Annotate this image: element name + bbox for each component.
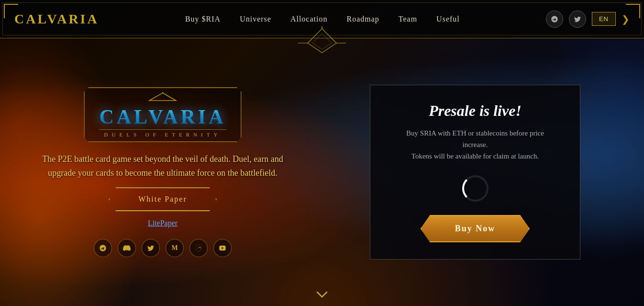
social-medium-icon[interactable]: M bbox=[166, 239, 184, 257]
buy-now-button[interactable]: Buy Now bbox=[421, 215, 530, 242]
left-panel: CALVARIA DUELS OF ETERNITY The P2E battl… bbox=[0, 78, 325, 267]
right-panel: Presale is live! Buy SRIA with ETH or st… bbox=[325, 85, 644, 260]
language-button[interactable]: EN bbox=[592, 12, 616, 26]
corner-deco-top-right bbox=[626, 4, 640, 18]
nav-link-team[interactable]: Team bbox=[399, 15, 417, 23]
nav-link-universe[interactable]: Universe bbox=[240, 15, 271, 23]
social-icons-row: M bbox=[94, 239, 232, 257]
brand-logo[interactable]: CALVARIA bbox=[14, 11, 99, 27]
presale-desc-line2: Tokens will be available for claim at la… bbox=[411, 152, 539, 160]
nav-right: EN ❯ bbox=[546, 11, 630, 28]
presale-desc-line1: Buy SRIA with ETH or stablecoins before … bbox=[406, 129, 544, 148]
presale-title: Presale is live! bbox=[394, 102, 556, 120]
svg-marker-3 bbox=[149, 93, 176, 101]
nav-item-useful[interactable]: Useful bbox=[436, 15, 460, 23]
social-youtube-icon[interactable] bbox=[213, 239, 232, 257]
nav-link-buy-sria[interactable]: Buy $RIA bbox=[185, 15, 221, 23]
center-diamond-decoration bbox=[298, 26, 346, 55]
white-paper-button[interactable]: White Paper bbox=[109, 187, 217, 211]
nav-item-allocation[interactable]: Allocation bbox=[290, 15, 328, 23]
loading-spinner-container bbox=[394, 175, 556, 202]
social-reddit-icon[interactable] bbox=[189, 239, 208, 257]
telegram-nav-icon[interactable] bbox=[546, 11, 563, 28]
social-telegram-icon[interactable] bbox=[94, 239, 112, 257]
scroll-down-arrow[interactable] bbox=[316, 290, 328, 301]
nav-links: Buy $RIA Universe Allocation Roadmap Tea… bbox=[185, 15, 460, 23]
nav-item-universe[interactable]: Universe bbox=[240, 15, 271, 23]
medium-letter: M bbox=[171, 244, 178, 252]
nav-item-team[interactable]: Team bbox=[399, 15, 417, 23]
social-discord-icon[interactable] bbox=[118, 239, 136, 257]
main-content: CALVARIA DUELS OF ETERNITY The P2E battl… bbox=[0, 38, 644, 306]
nav-item-roadmap[interactable]: Roadmap bbox=[346, 15, 379, 23]
nav-link-allocation[interactable]: Allocation bbox=[290, 15, 328, 23]
game-logo-sub-text: DUELS OF ETERNITY bbox=[99, 129, 226, 137]
twitter-nav-icon[interactable] bbox=[569, 11, 586, 28]
nav-item-buy-sria[interactable]: Buy $RIA bbox=[185, 15, 221, 23]
nav-link-useful[interactable]: Useful bbox=[436, 15, 460, 23]
corner-deco-top-left bbox=[4, 4, 18, 18]
social-twitter-icon[interactable] bbox=[142, 239, 160, 257]
nav-link-roadmap[interactable]: Roadmap bbox=[346, 15, 379, 23]
game-logo-frame: CALVARIA DUELS OF ETERNITY bbox=[84, 87, 241, 142]
presale-description: Buy SRIA with ETH or stablecoins before … bbox=[394, 127, 556, 162]
presale-box: Presale is live! Buy SRIA with ETH or st… bbox=[370, 85, 580, 260]
game-logo-main-text: CALVARIA bbox=[99, 105, 226, 128]
loading-spinner bbox=[462, 175, 489, 202]
lite-paper-link[interactable]: LitePaper bbox=[148, 219, 178, 227]
game-logo-container: CALVARIA DUELS OF ETERNITY bbox=[84, 87, 241, 142]
hero-description: The P2E battle card game set beyond the … bbox=[38, 152, 287, 180]
